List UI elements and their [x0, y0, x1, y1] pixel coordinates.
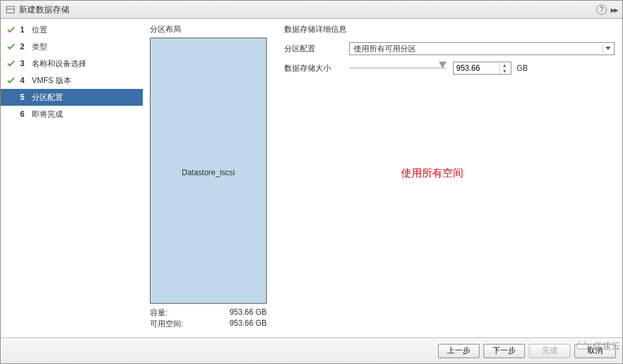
wizard-step-ready[interactable]: 6 即将完成 [1, 106, 143, 123]
size-unit: GB [517, 64, 528, 73]
step-number: 3 [20, 59, 28, 68]
datastore-icon [6, 5, 15, 14]
check-icon [7, 26, 16, 34]
spinner-down-icon[interactable]: ▼ [500, 68, 509, 74]
step-label: VMFS 版本 [32, 75, 71, 86]
main-content: 分区布局 Datastore_iscsi 容量: 953.66 GB 可用空间:… [143, 19, 622, 337]
step-label: 分区配置 [32, 92, 63, 103]
dialog-window: 新建数据存储 ? ▸▸ 1 位置 2 类型 3 名称和设备选择 4 [0, 0, 623, 364]
dialog-title: 新建数据存储 [19, 4, 69, 16]
slider-thumb[interactable] [439, 62, 446, 68]
wizard-step-location[interactable]: 1 位置 [1, 21, 143, 38]
dialog-body: 1 位置 2 类型 3 名称和设备选择 4 VMFS 版本 5 分区配置 [1, 19, 622, 337]
partition-layout-column: 分区布局 Datastore_iscsi 容量: 953.66 GB 可用空间:… [150, 24, 276, 337]
check-icon [7, 60, 16, 67]
wizard-sidebar: 1 位置 2 类型 3 名称和设备选择 4 VMFS 版本 5 分区配置 [1, 19, 143, 337]
check-icon [7, 43, 16, 51]
spinner-up-icon[interactable]: ▲ [500, 62, 509, 68]
wizard-step-type[interactable]: 2 类型 [1, 38, 143, 55]
chevron-down-icon [602, 44, 613, 53]
step-label: 位置 [32, 25, 47, 36]
cloud-icon [575, 341, 591, 352]
dock-icon[interactable]: ▸▸ [611, 5, 617, 15]
spinner-buttons: ▲ ▼ [499, 62, 509, 74]
step-label: 类型 [32, 42, 47, 53]
svg-rect-0 [6, 6, 14, 13]
step-label: 即将完成 [32, 109, 63, 120]
partition-layout-label: 分区布局 [150, 24, 276, 35]
step-number: 4 [20, 76, 28, 85]
datastore-name: Datastore_iscsi [182, 168, 235, 177]
watermark: 亿速云 [575, 341, 620, 352]
size-slider[interactable] [349, 63, 446, 73]
watermark-text: 亿速云 [593, 341, 620, 352]
wizard-step-partition-config[interactable]: 5 分区配置 [1, 89, 143, 106]
datastore-size-label: 数据存储大小 [284, 63, 349, 74]
titlebar: 新建数据存储 ? ▸▸ [1, 1, 622, 19]
slider-track [349, 67, 446, 69]
datastore-details-column: 数据存储详细信息 分区配置 使用所有可用分区 数据存储大小 [284, 24, 615, 337]
check-icon [7, 77, 16, 84]
next-button[interactable]: 下一步 [483, 344, 525, 358]
details-section-label: 数据存储详细信息 [284, 24, 615, 35]
annotation-text: 使用所有空间 [401, 167, 463, 180]
help-icon[interactable]: ? [596, 5, 607, 15]
size-input[interactable] [454, 64, 499, 73]
capacity-value: 953.66 GB [215, 308, 267, 319]
step-number: 6 [20, 110, 28, 119]
partition-config-value: 使用所有可用分区 [354, 43, 416, 55]
partition-config-row: 分区配置 使用所有可用分区 [284, 40, 615, 57]
capacity-label: 容量: [150, 308, 215, 319]
partition-diagram: Datastore_iscsi [150, 38, 267, 304]
step-label: 名称和设备选择 [32, 58, 86, 69]
wizard-step-vmfs-version[interactable]: 4 VMFS 版本 [1, 72, 143, 89]
capacity-info: 容量: 953.66 GB 可用空间: 953.66 GB [150, 308, 276, 330]
back-button[interactable]: 上一步 [438, 344, 480, 358]
finish-button: 完成 [529, 344, 570, 358]
step-number: 2 [20, 42, 28, 51]
step-number: 5 [20, 93, 28, 102]
free-space-value: 953.66 GB [215, 319, 267, 330]
partition-config-label: 分区配置 [284, 43, 349, 55]
size-spinner[interactable]: ▲ ▼ [453, 62, 511, 75]
wizard-step-name-device[interactable]: 3 名称和设备选择 [1, 55, 143, 72]
step-number: 1 [20, 25, 28, 34]
datastore-size-row: 数据存储大小 ▲ ▼ GB [284, 60, 615, 77]
free-space-label: 可用空间: [150, 319, 215, 330]
partition-config-select[interactable]: 使用所有可用分区 [349, 42, 615, 55]
dialog-footer: 上一步 下一步 完成 取消 [1, 337, 622, 363]
